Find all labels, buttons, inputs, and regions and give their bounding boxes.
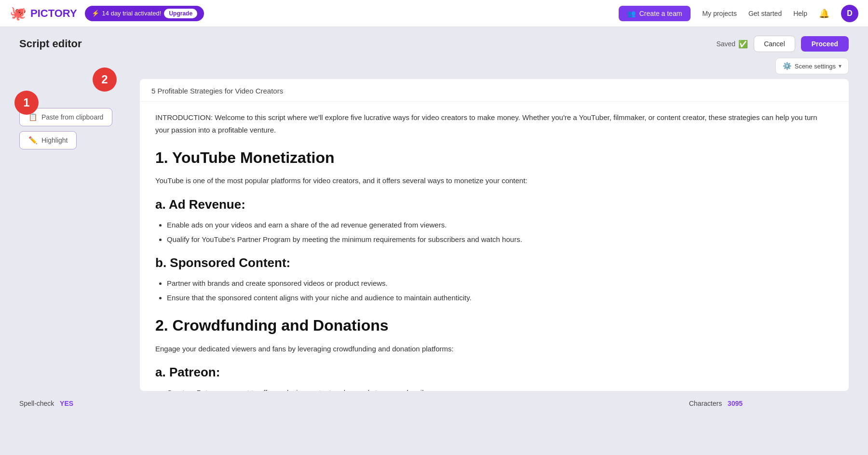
cancel-button[interactable]: Cancel [754,36,795,52]
characters-value: 3095 [728,400,743,407]
chevron-down-icon: ▾ [839,63,841,69]
paste-label: Paste from clipboard [41,113,103,121]
editor-content[interactable]: INTRODUCTION: Welcome to this script whe… [140,102,849,391]
scene-settings-button[interactable]: ⚙️ Scene settings ▾ [775,58,849,74]
step-2-indicator: 2 [93,67,117,92]
main-layout: 1 2 📋 Paste from clipboard ✏️ Highlight … [0,79,868,391]
ad-bullet-1: Enable ads on your videos and earn a sha… [167,219,833,231]
navbar: 🐙 PICTORY ⚡ 14 day trial activated! Upgr… [0,0,868,27]
document-title: 5 Profitable Strategies for Video Creato… [151,87,283,95]
characters-label: Characters [689,400,722,407]
sidebar-tools: 1 2 📋 Paste from clipboard ✏️ Highlight [19,79,130,391]
heading-youtube-monetization: 1. YouTube Monetization [155,145,833,171]
intro-paragraph: INTRODUCTION: Welcome to this script whe… [155,111,833,136]
crowdfunding-intro: Engage your dedicated viewers and fans b… [155,343,833,355]
gear-icon: ⚙️ [783,62,792,70]
flash-icon: ⚡ [92,10,99,17]
trial-text: 14 day trial activated! [102,10,162,17]
highlight-icon: ✏️ [28,136,38,145]
patreon-list: Create a Patreon account to offer exclus… [167,387,833,391]
youtube-intro: YouTube is one of the most popular platf… [155,174,833,187]
heading-crowdfunding: 2. Crowdfunding and Donations [155,312,833,338]
upgrade-button[interactable]: Upgrade [164,9,197,18]
spell-check-status: Spell-check YES [19,400,73,407]
create-team-label: Create a team [639,10,682,17]
highlight-button[interactable]: ✏️ Highlight [19,131,77,149]
page-header: Script editor Saved ✅ Cancel Proceed [0,27,868,58]
notification-bell-icon[interactable]: 🔔 [819,8,829,19]
sponsored-bullet-2: Ensure that the sponsored content aligns… [167,292,833,304]
highlight-label: Highlight [41,136,68,144]
step-1-indicator: 1 [14,91,39,115]
spell-check-label: Spell-check [19,400,54,407]
editor-title-bar: 5 Profitable Strategies for Video Creato… [140,79,849,102]
editor-container: 5 Profitable Strategies for Video Creato… [140,79,849,391]
saved-status: Saved ✅ [716,40,748,49]
saved-label: Saved [716,40,735,48]
logo-text: PICTORY [30,7,77,20]
check-circle-icon: ✅ [738,40,748,49]
trial-badge: ⚡ 14 day trial activated! Upgrade [85,6,204,21]
page-title: Script editor [19,38,82,50]
character-count: Characters 3095 [689,400,743,407]
create-team-button[interactable]: 👥 Create a team [619,6,691,21]
heading-sponsored-content: b. Sponsored Content: [155,252,833,273]
logo-icon: 🐙 [10,5,27,21]
patreon-bullet-1: Create a Patreon account to offer exclus… [167,387,833,391]
heading-patreon: a. Patreon: [155,361,833,383]
navbar-right: 👥 Create a team My projects Get started … [619,5,858,22]
scene-settings-label: Scene settings [795,63,836,70]
sponsored-list: Partner with brands and create sponsored… [167,277,833,304]
spell-check-value[interactable]: YES [60,400,73,407]
patreon-link: Patreon [197,388,222,391]
help-link[interactable]: Help [793,10,807,17]
avatar[interactable]: D [841,5,858,22]
sponsored-bullet-1: Partner with brands and create sponsored… [167,277,833,290]
header-actions: Saved ✅ Cancel Proceed [716,36,849,52]
scene-settings-bar: ⚙️ Scene settings ▾ [0,58,868,79]
proceed-button[interactable]: Proceed [801,36,849,52]
ad-revenue-list: Enable ads on your videos and earn a sha… [167,219,833,245]
my-projects-link[interactable]: My projects [702,10,737,17]
logo: 🐙 PICTORY [10,5,77,21]
people-icon: 👥 [627,10,636,17]
ad-bullet-2: Qualify for YouTube's Partner Program by… [167,233,833,246]
heading-ad-revenue: a. Ad Revenue: [155,194,833,215]
bottom-bar: Spell-check YES Characters 3095 [0,394,868,413]
navbar-left: 🐙 PICTORY ⚡ 14 day trial activated! Upgr… [10,5,204,21]
get-started-link[interactable]: Get started [748,10,782,17]
